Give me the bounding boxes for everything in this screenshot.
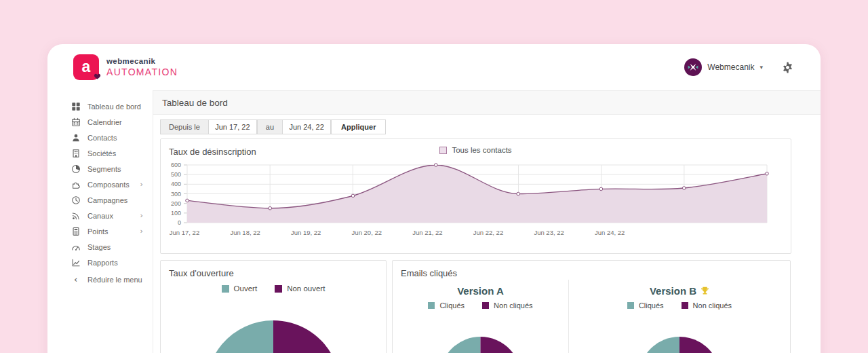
- ab-variant-version-b: Version BCliquésNon cliqués: [568, 280, 790, 353]
- puzzle-icon: [71, 179, 81, 189]
- legend-label: Tous les contacts: [452, 146, 511, 154]
- date-from-input[interactable]: [208, 119, 257, 134]
- page-title-bar: Tableau de bord: [153, 90, 821, 115]
- sidebar-item-label: Réduire le menu: [87, 276, 142, 284]
- variant-legend: CliquésNon cliqués: [393, 301, 568, 310]
- brand-name: webmecanik: [106, 56, 178, 66]
- svg-text:100: 100: [171, 210, 181, 217]
- sidebar-item-calendrier[interactable]: Calendrier: [47, 114, 153, 130]
- svg-text:Jun 18, 22: Jun 18, 22: [230, 229, 260, 236]
- app-window: a webmecanik AUTOMATION: [47, 44, 821, 353]
- variant-legend: CliquésNon cliqués: [569, 301, 790, 310]
- chevron-right-icon: ›: [140, 211, 143, 220]
- sidebar-item-stages[interactable]: Stages: [47, 239, 153, 255]
- pie-slice-non-cliques: [475, 337, 521, 353]
- sidebar-item-points[interactable]: Points›: [47, 223, 153, 239]
- building-icon: [71, 148, 81, 158]
- legend-item-cliques[interactable]: Cliqués: [428, 301, 465, 310]
- page-title: Tableau de bord: [162, 98, 228, 108]
- svg-text:Jun 23, 22: Jun 23, 22: [534, 229, 564, 236]
- ab-variant-version-a: Version ACliquésNon cliqués: [393, 280, 568, 353]
- sidebar-item-reduire-le-menu[interactable]: ‹Réduire le menu: [47, 272, 153, 287]
- svg-text:400: 400: [171, 181, 181, 187]
- sidebar-item-rapports[interactable]: Rapports: [47, 255, 153, 270]
- brand-logo-mark: a: [73, 54, 99, 80]
- sidebar-item-label: Contacts: [87, 134, 117, 142]
- unsubscribe-area-chart[interactable]: 0100200300400500600Jun 17, 22Jun 18, 22J…: [161, 162, 791, 250]
- legend-swatch: [482, 302, 489, 309]
- legend-swatch: [275, 285, 282, 293]
- gauge-icon: [71, 242, 81, 252]
- app-header: a webmecanik AUTOMATION: [47, 44, 821, 90]
- sidebar-item-label: Segments: [87, 165, 121, 173]
- variant-title: Version B: [569, 285, 790, 297]
- rss-icon: [71, 210, 81, 221]
- svg-text:Jun 19, 22: Jun 19, 22: [291, 229, 321, 236]
- apply-button[interactable]: Appliquer: [331, 119, 386, 134]
- open-rate-legend: OuvertNon ouvert: [161, 284, 386, 293]
- sidebar-item-segments[interactable]: Segments: [47, 161, 153, 176]
- gear-icon[interactable]: [782, 62, 793, 73]
- svg-text:Jun 20, 22: Jun 20, 22: [352, 229, 382, 236]
- pie-icon: [71, 164, 81, 174]
- legend-swatch: [428, 302, 435, 309]
- sidebar-item-tableau-de-bord[interactable]: Tableau de bord: [47, 98, 153, 114]
- ab-test-columns: Version ACliquésNon cliquésVersion BCliq…: [393, 280, 790, 353]
- emails-clicked-card: Emails cliqués Version ACliquésNon cliqu…: [392, 260, 791, 353]
- svg-text:Jun 17, 22: Jun 17, 22: [170, 229, 199, 236]
- legend-item-non-cliques[interactable]: Non cliqués: [482, 301, 532, 310]
- legend-item-non-cliques[interactable]: Non cliqués: [682, 301, 732, 310]
- sidebar-item-societes[interactable]: Sociétés: [47, 145, 153, 161]
- variant-pie-chart[interactable]: [393, 318, 568, 353]
- sidebar-item-label: Composants: [87, 181, 130, 189]
- user-menu-label: Webmecanik: [707, 62, 754, 72]
- heart-icon: [93, 71, 102, 83]
- unsubscribe-legend: Tous les contacts: [439, 146, 511, 154]
- brand-logo[interactable]: a webmecanik AUTOMATION: [73, 54, 178, 80]
- legend-swatch: [627, 302, 634, 309]
- legend-label: Cliqués: [639, 301, 664, 310]
- svg-text:200: 200: [171, 200, 181, 207]
- legend-item-ouvert[interactable]: Ouvert: [222, 284, 258, 293]
- date-between-label: au: [257, 119, 283, 134]
- user-menu[interactable]: Webmecanik ▾: [684, 58, 763, 76]
- line-chart-icon: [71, 257, 81, 267]
- legend-swatch: [682, 302, 688, 309]
- sidebar-item-label: Canaux: [87, 212, 113, 220]
- variant-pie-chart[interactable]: [569, 318, 790, 353]
- date-to-input[interactable]: [282, 119, 331, 134]
- legend-label: Cliqués: [439, 301, 465, 310]
- sidebar-nav: Tableau de bordCalendrierContactsSociété…: [47, 90, 153, 353]
- svg-text:Jun 21, 22: Jun 21, 22: [412, 229, 442, 236]
- svg-text:Jun 24, 22: Jun 24, 22: [595, 229, 625, 236]
- calculator-icon: [71, 226, 81, 236]
- legend-item-cliques[interactable]: Cliqués: [627, 301, 664, 310]
- webmecanik-avatar-icon: [684, 58, 702, 76]
- svg-text:500: 500: [171, 171, 181, 178]
- sidebar-item-canaux[interactable]: Canaux›: [47, 208, 153, 223]
- sidebar-item-label: Campagnes: [87, 196, 127, 204]
- sidebar-item-contacts[interactable]: Contacts: [47, 130, 153, 145]
- pie-slice-cliques: [439, 337, 480, 353]
- sidebar-item-campagnes[interactable]: Campagnes: [47, 192, 153, 208]
- sidebar-item-label: Tableau de bord: [87, 103, 141, 111]
- svg-text:Jun 22, 22: Jun 22, 22: [473, 229, 503, 236]
- date-from-label: Depuis le: [160, 119, 209, 134]
- open-rate-card: Taux d'ouverture OuvertNon ouvert: [160, 260, 387, 353]
- unsubscribe-rate-title: Taux de désinscription: [169, 147, 256, 157]
- legend-item-tous-les-contacts[interactable]: Tous les contacts: [439, 146, 511, 154]
- clock-icon: [71, 195, 81, 205]
- legend-swatch: [439, 147, 447, 154]
- svg-text:600: 600: [171, 162, 181, 168]
- legend-label: Ouvert: [234, 284, 258, 293]
- sidebar-item-label: Rapports: [87, 259, 118, 267]
- unsubscribe-rate-card: Taux de désinscription Tous les contacts…: [160, 138, 791, 254]
- legend-item-non-ouvert[interactable]: Non ouvert: [275, 284, 325, 293]
- sidebar-item-composants[interactable]: Composants›: [47, 176, 153, 192]
- sidebar-item-label: Stages: [87, 243, 111, 251]
- open-rate-pie-chart[interactable]: [161, 306, 386, 353]
- legend-label: Non cliqués: [693, 301, 732, 310]
- chevron-right-icon: ›: [140, 227, 143, 236]
- sidebar-item-label: Sociétés: [87, 149, 116, 157]
- pie-slice-non-ouvert: [273, 320, 332, 353]
